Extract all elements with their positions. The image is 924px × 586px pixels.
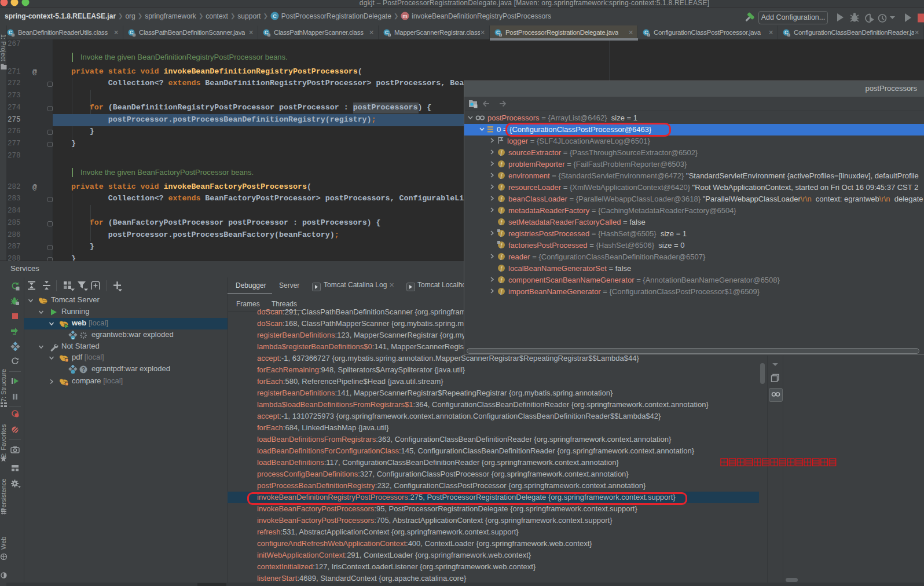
svg-text:C: C: [273, 13, 277, 19]
svg-text:?: ?: [82, 367, 85, 373]
svg-text:m: m: [403, 13, 408, 19]
